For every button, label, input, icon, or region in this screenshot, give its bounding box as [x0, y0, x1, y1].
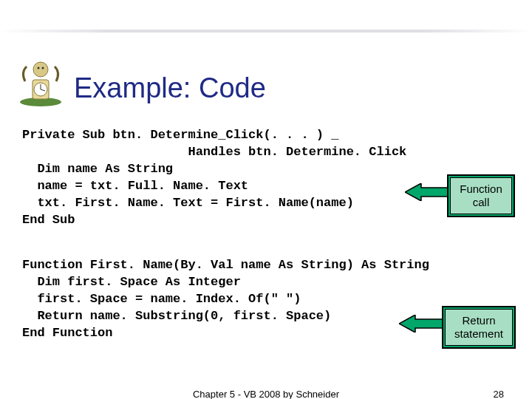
slide-title: Example: Code: [74, 72, 266, 104]
arrow-left-icon: [399, 315, 443, 332]
svg-marker-9: [399, 315, 443, 332]
callout-text-line: Return: [462, 314, 495, 327]
callout-function-call: Function call: [447, 174, 515, 217]
logo-icon: [15, 58, 66, 109]
callout-box: Function call: [450, 177, 512, 214]
svg-point-5: [33, 62, 48, 77]
svg-marker-8: [405, 183, 449, 201]
callout-text-line: statement: [454, 327, 503, 340]
footer-text: Chapter 5 - VB 2008 by Schneider: [0, 389, 532, 399]
callout-text-line: call: [473, 196, 490, 208]
callout-box: Return statement: [445, 309, 513, 346]
page-number: 28: [494, 389, 504, 399]
svg-point-6: [38, 67, 40, 69]
callout-text-line: Function: [460, 183, 502, 195]
decorative-rule: [0, 30, 532, 33]
callout-return-statement: Return statement: [442, 306, 516, 349]
arrow-left-icon: [405, 183, 449, 201]
svg-point-7: [42, 67, 44, 69]
code-block-sub: Private Sub btn. Determine_Click(. . . )…: [22, 127, 510, 229]
slide: Example: Code Private Sub btn. Determine…: [0, 0, 532, 399]
